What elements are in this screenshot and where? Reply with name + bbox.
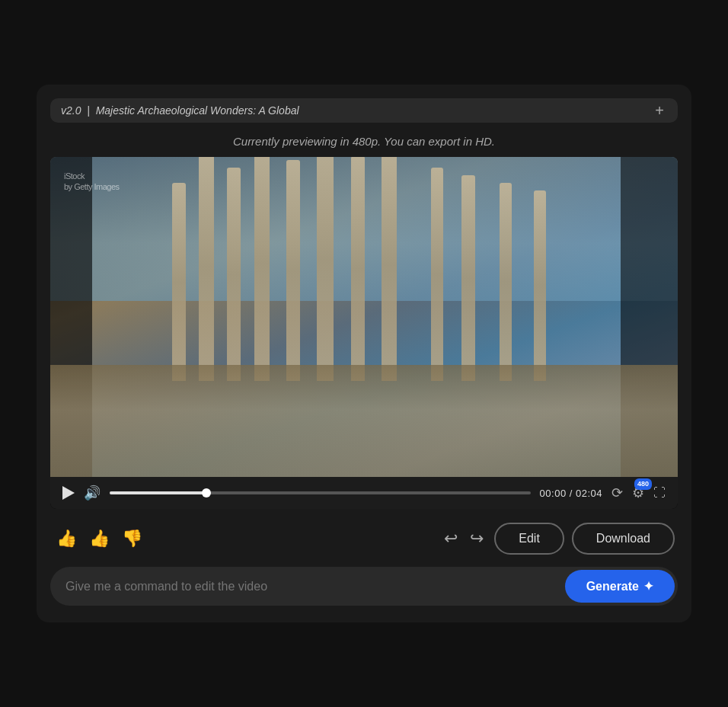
time-display: 00:00 / 02:04: [540, 488, 602, 499]
command-input[interactable]: [65, 572, 565, 601]
columns-overlay: [50, 157, 678, 477]
volume-button[interactable]: 🔊: [84, 485, 101, 501]
video-player: iStock by Getty Images 🔊 00:00 / 02:04 ⟳…: [50, 157, 678, 509]
edit-button[interactable]: Edit: [494, 523, 564, 555]
video-screen: iStock by Getty Images: [50, 157, 678, 477]
progress-dot: [202, 488, 211, 497]
tab-title-text: Majestic Archaeological Wonders: A Globa…: [96, 104, 299, 117]
download-button[interactable]: Download: [572, 523, 675, 555]
watermark-sub: by Getty Images: [64, 181, 120, 192]
tab-version-text: v2.0: [61, 104, 81, 117]
undo-button[interactable]: ↩: [441, 526, 461, 552]
video-controls: 🔊 00:00 / 02:04 ⟳ ⚙ 480 ⛶: [50, 477, 678, 509]
steps: [50, 365, 678, 477]
thumbs-down-button[interactable]: 👎: [119, 527, 145, 550]
tab-bar: v2.0 | Majestic Archaeological Wonders: …: [50, 98, 678, 123]
watermark-brand: iStock: [64, 171, 120, 181]
loop-button[interactable]: ⟳: [611, 485, 623, 501]
thumbs-up-button[interactable]: 👍: [86, 527, 113, 550]
action-row: 👍 👍 👎 ↩ ↪ Edit Download: [50, 523, 678, 555]
reaction-group: 👍 👍 👎: [53, 527, 433, 550]
watermark: iStock by Getty Images: [64, 171, 120, 193]
play-icon: [62, 486, 75, 500]
sparkle-icon: ✦: [643, 579, 653, 593]
tab-version: v2.0 | Majestic Archaeological Wonders: …: [61, 104, 644, 117]
fullscreen-button[interactable]: ⛶: [653, 486, 666, 500]
add-tab-button[interactable]: +: [652, 103, 667, 118]
undo-redo-group: ↩ ↪: [441, 526, 487, 552]
preview-notice: Currently previewing in 480p. You can ex…: [50, 135, 678, 148]
command-bar: Generate ✦: [50, 567, 678, 606]
thumbs-up-filled-button[interactable]: 👍: [53, 527, 80, 550]
progress-fill: [110, 491, 206, 494]
generate-label: Generate: [586, 580, 639, 593]
progress-bar[interactable]: [110, 491, 531, 494]
main-container: v2.0 | Majestic Archaeological Wonders: …: [37, 85, 691, 622]
play-button[interactable]: [62, 486, 75, 500]
redo-button[interactable]: ↪: [467, 526, 487, 552]
tab-sep: |: [87, 104, 90, 117]
generate-button[interactable]: Generate ✦: [565, 570, 675, 603]
quality-badge: 480: [634, 478, 652, 490]
settings-wrap: ⚙ 480: [632, 485, 644, 501]
